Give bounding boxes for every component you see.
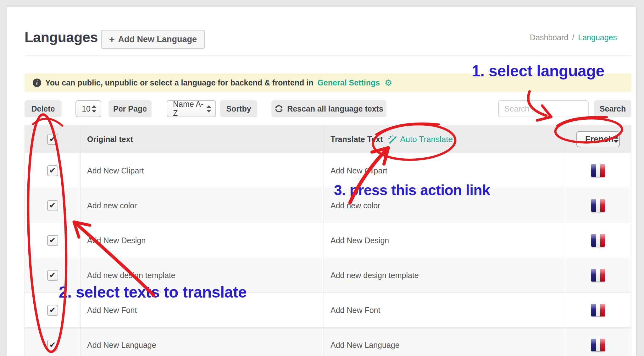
breadcrumb: Dashboard / Languages <box>530 33 617 42</box>
sortby-button[interactable]: Sortby <box>220 100 257 117</box>
sort-value: Name A-Z <box>173 100 206 118</box>
auto-translate-label: Auto Translate <box>400 134 453 144</box>
info-banner-text: You can public, unpublic or select a lan… <box>45 78 313 87</box>
gear-icon[interactable]: ⚙ <box>385 78 392 88</box>
per-page-value: 10 <box>82 104 91 113</box>
table-row: Add new color Add new color <box>25 188 631 223</box>
original-text-cell: Add new design template <box>87 271 175 280</box>
annotation-step2-text: 2. select texts to translate <box>59 283 247 301</box>
french-flag-icon <box>591 234 605 247</box>
original-text-cell: Add New Design <box>87 236 146 245</box>
general-settings-link[interactable]: General Settings <box>317 78 380 87</box>
french-flag-icon <box>591 199 605 212</box>
select-caret-icon <box>206 105 211 112</box>
header-divider <box>25 55 631 56</box>
row-checkbox[interactable] <box>47 235 58 246</box>
sortby-label: Sortby <box>226 104 251 113</box>
languages-admin-page: Languages + Add New Language Dashboard /… <box>0 0 644 356</box>
row-checkbox[interactable] <box>47 305 58 316</box>
info-icon: i <box>33 79 41 87</box>
add-new-language-label: Add New Language <box>118 35 197 44</box>
per-page-select[interactable]: 10 <box>75 100 101 117</box>
french-flag-icon <box>591 269 605 282</box>
french-flag-icon <box>591 304 605 316</box>
translate-text-cell: Add new design template <box>330 271 419 280</box>
select-caret-icon <box>613 136 619 143</box>
french-flag-icon <box>591 339 605 351</box>
translate-text-header: Translate Text <box>330 135 383 144</box>
original-text-header: Original text <box>87 135 133 144</box>
table-row: Add New Clipart Add New Clipart <box>25 153 631 188</box>
row-checkbox[interactable] <box>47 165 58 176</box>
content-card: Languages + Add New Language Dashboard /… <box>7 7 636 356</box>
breadcrumb-separator: / <box>572 33 574 42</box>
translate-text-cell: Add New Design <box>330 236 389 245</box>
french-flag-icon <box>591 164 605 177</box>
table-row: Add New Design Add New Design <box>25 223 631 258</box>
delete-button[interactable]: Delete <box>25 100 62 117</box>
page-title: Languages <box>25 29 98 46</box>
magic-wand-icon <box>388 134 397 144</box>
table-header-row: Original text Translate Text <box>25 125 631 153</box>
translations-table: Original text Translate Text <box>25 125 631 356</box>
translate-text-cell: Add New Clipart <box>330 166 387 175</box>
refresh-icon <box>275 104 283 113</box>
auto-translate-link[interactable]: Auto Translate <box>388 134 453 144</box>
search-button[interactable]: Search <box>594 100 631 117</box>
row-checkbox[interactable] <box>47 340 58 351</box>
plus-icon: + <box>109 35 115 44</box>
sort-select[interactable]: Name A-Z <box>167 100 216 117</box>
original-text-cell: Add New Clipart <box>87 166 144 175</box>
annotation-step1-text: 1. select language <box>472 62 604 80</box>
row-checkbox[interactable] <box>47 200 58 211</box>
search-label: Search <box>600 104 626 113</box>
table-row: Add New Language Add New Language <box>25 327 631 356</box>
add-new-language-button[interactable]: + Add New Language <box>101 30 205 49</box>
search-input[interactable] <box>498 100 589 117</box>
annotation-step3-text: 3. press this action link <box>334 182 490 199</box>
original-text-cell: Add New Language <box>87 341 156 350</box>
per-page-label: Per Page <box>113 104 147 113</box>
translate-text-cell: Add New Font <box>330 306 380 315</box>
select-caret-icon <box>92 105 97 112</box>
breadcrumb-dashboard-link[interactable]: Dashboard <box>530 33 568 42</box>
original-text-cell: Add New Font <box>87 306 137 315</box>
language-select-value: French <box>585 134 613 144</box>
original-text-cell: Add new color <box>87 201 137 210</box>
breadcrumb-current: Languages <box>578 33 617 42</box>
translate-text-cell: Add new color <box>330 201 380 210</box>
per-page-button[interactable]: Per Page <box>108 100 152 117</box>
rescan-label: Rescan all language texts <box>287 104 383 113</box>
row-checkbox[interactable] <box>47 270 58 281</box>
delete-label: Delete <box>31 104 55 113</box>
translate-text-cell: Add New Language <box>330 341 400 350</box>
language-select[interactable]: French <box>576 131 620 147</box>
rescan-button[interactable]: Rescan all language texts <box>271 100 386 117</box>
select-all-checkbox[interactable] <box>47 134 58 145</box>
